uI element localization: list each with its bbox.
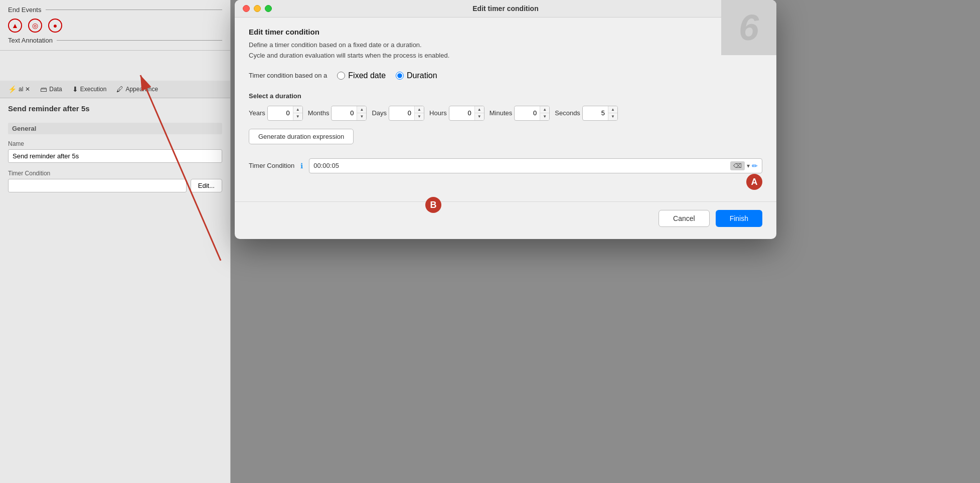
duration-field-years: Years ▲ ▼ xyxy=(249,106,303,121)
months-label: Months xyxy=(308,109,330,117)
minutes-up[interactable]: ▲ xyxy=(540,106,549,113)
hours-up[interactable]: ▲ xyxy=(475,106,484,113)
dialog-section-title: Edit timer condition xyxy=(249,28,762,36)
tc-clear-button[interactable]: ⌫ xyxy=(730,161,745,170)
minutes-spinner: ▲ ▼ xyxy=(540,106,549,120)
tab-general[interactable]: ⚡ al ✕ xyxy=(4,84,34,95)
maximize-button[interactable] xyxy=(265,5,272,12)
tab-data[interactable]: 🗃 Data xyxy=(36,84,66,95)
months-input[interactable] xyxy=(332,107,357,119)
radio-duration-label: Duration xyxy=(407,71,437,80)
annotation-a: A xyxy=(746,174,762,190)
tab-appearance-icon: 🖊 xyxy=(116,85,123,93)
tc-actions: ⌫ ▾ ✏ xyxy=(730,161,758,170)
modal-dialog: Edit timer condition 6 Edit timer condit… xyxy=(235,0,776,239)
months-input-wrapper: ▲ ▼ xyxy=(331,106,367,121)
seconds-input[interactable] xyxy=(583,107,608,119)
tab-general-label: al xyxy=(19,86,23,93)
timer-condition-label: Timer Condition xyxy=(8,170,222,177)
edit-button[interactable]: Edit... xyxy=(191,179,222,192)
days-up[interactable]: ▲ xyxy=(415,106,424,113)
seconds-label: Seconds xyxy=(555,109,580,117)
timer-condition-input[interactable] xyxy=(8,179,187,192)
timer-condition-field-group: Timer Condition Edit... xyxy=(8,170,222,192)
radio-fixed-date-label: Fixed date xyxy=(348,71,386,80)
years-spinner: ▲ ▼ xyxy=(293,106,302,120)
hours-input[interactable] xyxy=(449,107,474,119)
timer-condition-section: Timer Condition ℹ 00:00:05 ⌫ ▾ ✏ xyxy=(249,156,762,173)
tab-data-icon: 🗃 xyxy=(40,85,47,93)
duration-field-months: Months ▲ ▼ xyxy=(308,106,367,121)
days-input[interactable] xyxy=(389,107,414,119)
seconds-down[interactable]: ▼ xyxy=(608,113,617,120)
radio-duration-input[interactable] xyxy=(396,72,404,80)
description-line1: Define a timer condition based on a fixe… xyxy=(249,41,422,49)
event-icon-circle: ● xyxy=(48,19,62,33)
dialog-description: Define a timer condition based on a fixe… xyxy=(249,40,762,61)
tc-input-wrapper: 00:00:05 ⌫ ▾ ✏ xyxy=(309,158,762,173)
months-down[interactable]: ▼ xyxy=(357,113,366,120)
modal-titlebar: Edit timer condition xyxy=(235,0,776,18)
days-down[interactable]: ▼ xyxy=(415,113,424,120)
radio-fixed-date-input[interactable] xyxy=(337,72,345,80)
days-label: Days xyxy=(372,109,387,117)
months-spinner: ▲ ▼ xyxy=(357,106,366,120)
hours-down[interactable]: ▼ xyxy=(475,113,484,120)
minimize-button[interactable] xyxy=(254,5,261,12)
tab-general-icon: ⚡ xyxy=(8,85,17,93)
text-annotation-label: Text Annotation xyxy=(8,37,222,44)
radio-option-duration[interactable]: Duration xyxy=(396,71,437,80)
minutes-down[interactable]: ▼ xyxy=(540,113,549,120)
radio-group: Timer condition based on a Fixed date Du… xyxy=(249,71,762,80)
duration-title: Select a duration xyxy=(249,92,762,100)
tab-execution[interactable]: ⬇ Execution xyxy=(68,84,111,95)
traffic-lights xyxy=(243,5,272,12)
minutes-input[interactable] xyxy=(515,107,540,119)
hours-spinner: ▲ ▼ xyxy=(474,106,484,120)
generate-duration-button[interactable]: Generate duration expression xyxy=(249,129,354,144)
tc-dropdown-button[interactable]: ▾ xyxy=(747,162,750,169)
close-button[interactable] xyxy=(243,5,250,12)
duration-field-hours: Hours ▲ ▼ xyxy=(429,106,484,121)
name-field-label: Name xyxy=(8,140,222,147)
seconds-input-wrapper: ▲ ▼ xyxy=(582,106,618,121)
years-up[interactable]: ▲ xyxy=(293,106,302,113)
tc-input-value: 00:00:05 xyxy=(313,162,730,169)
modal-title: Edit timer condition xyxy=(472,5,538,13)
years-down[interactable]: ▼ xyxy=(293,113,302,120)
seconds-spinner: ▲ ▼ xyxy=(608,106,617,120)
background-panel: End Events ▲ ◎ ● Text Annotation ⚡ al ✕ … xyxy=(0,0,231,483)
minutes-label: Minutes xyxy=(489,109,513,117)
tc-edit-button[interactable]: ✏ xyxy=(752,162,758,170)
end-events-icons: ▲ ◎ ● xyxy=(8,19,222,33)
months-up[interactable]: ▲ xyxy=(357,106,366,113)
tab-execution-label: Execution xyxy=(80,86,107,93)
minutes-input-wrapper: ▲ ▼ xyxy=(514,106,550,121)
years-input-wrapper: ▲ ▼ xyxy=(267,106,303,121)
annotation-b: B xyxy=(425,197,441,213)
tab-appearance-label: Appearance xyxy=(125,86,158,93)
seconds-up[interactable]: ▲ xyxy=(608,106,617,113)
radio-option-fixed-date[interactable]: Fixed date xyxy=(337,71,386,80)
tab-appearance[interactable]: 🖊 Appearance xyxy=(112,84,162,95)
tc-info-icon[interactable]: ℹ xyxy=(300,162,303,170)
name-field-input[interactable] xyxy=(8,149,222,163)
duration-field-minutes: Minutes ▲ ▼ xyxy=(489,106,550,121)
years-input[interactable] xyxy=(268,107,293,119)
tabs-bar: ⚡ al ✕ 🗃 Data ⬇ Execution 🖊 Appearance xyxy=(0,81,230,98)
tab-close-icon[interactable]: ✕ xyxy=(25,86,30,93)
name-field-group: Name xyxy=(8,140,222,163)
end-events-label: End Events xyxy=(8,6,222,14)
cancel-button[interactable]: Cancel xyxy=(659,210,710,227)
tab-data-label: Data xyxy=(49,86,62,93)
tab-execution-icon: ⬇ xyxy=(72,85,78,93)
finish-button[interactable]: Finish xyxy=(716,210,762,227)
event-icon-triangle: ▲ xyxy=(8,19,22,33)
section-header: General xyxy=(8,123,222,134)
end-events-section: End Events ▲ ◎ ● Text Annotation xyxy=(0,0,230,51)
duration-fields: Years ▲ ▼ Months xyxy=(249,106,762,121)
days-spinner: ▲ ▼ xyxy=(414,106,424,120)
duration-field-seconds: Seconds ▲ ▼ xyxy=(555,106,618,121)
years-label: Years xyxy=(249,109,265,117)
hours-label: Hours xyxy=(429,109,447,117)
